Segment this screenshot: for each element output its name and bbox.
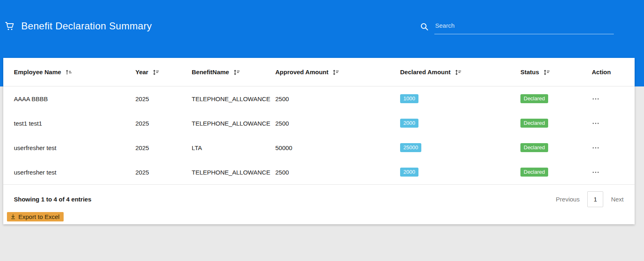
next-button[interactable]: Next <box>611 196 624 203</box>
ellipsis-dot <box>593 172 594 173</box>
cell-declared-amount: 25000 <box>400 143 520 152</box>
ellipsis-dot <box>598 98 599 100</box>
previous-button[interactable]: Previous <box>556 196 580 203</box>
download-icon <box>10 214 16 220</box>
pagination: Previous 1 Next <box>556 191 624 207</box>
cell-declared-amount: 2000 <box>400 168 520 177</box>
cell-action <box>588 98 635 100</box>
sort-icon <box>153 70 159 75</box>
cell-employee-name: userfresher test <box>14 169 135 176</box>
cell-approved-amount: 2500 <box>275 95 400 102</box>
table-header-row: Employee Name Year <box>3 58 635 86</box>
cell-action <box>588 123 635 124</box>
column-header-approved-amount[interactable]: Approved Amount <box>275 69 400 75</box>
title-group: Benefit Declaration Summary <box>4 20 152 32</box>
column-header-label: Year <box>135 69 148 75</box>
cell-action <box>588 172 635 173</box>
sort-icon <box>544 70 550 75</box>
declared-amount-badge: 1000 <box>400 94 418 103</box>
cell-year: 2025 <box>135 95 192 102</box>
ellipsis-dot <box>593 123 594 124</box>
column-header-action: Action <box>588 69 635 75</box>
cell-employee-name: AAAA BBBB <box>14 95 135 102</box>
column-header-label: Action <box>592 69 611 75</box>
page-number-button[interactable]: 1 <box>587 191 603 207</box>
search-input[interactable] <box>434 21 614 34</box>
cell-declared-amount: 2000 <box>400 119 520 128</box>
ellipsis-dot <box>595 98 596 100</box>
ellipsis-dot <box>595 147 596 148</box>
cell-employee-name: userfresher test <box>14 144 135 151</box>
ellipsis-dot <box>593 147 594 148</box>
column-header-declared-amount[interactable]: Declared Amount <box>400 69 520 75</box>
table-row: userfresher test 2025 LTA 50000 25000 De… <box>3 135 635 160</box>
more-actions-button[interactable] <box>588 147 600 148</box>
export-to-excel-button[interactable]: Export to Excel <box>7 212 64 221</box>
more-actions-button[interactable] <box>588 172 600 173</box>
ellipsis-dot <box>595 123 596 124</box>
cell-status: Declared <box>520 143 588 152</box>
more-actions-button[interactable] <box>588 123 600 124</box>
ellipsis-dot <box>598 147 599 148</box>
table-body: AAAA BBBB 2025 TELEPHONE_ALLOWANCE 2500 … <box>3 86 635 184</box>
table-row: AAAA BBBB 2025 TELEPHONE_ALLOWANCE 2500 … <box>3 86 635 111</box>
page-title: Benefit Declaration Summary <box>21 20 152 32</box>
entries-summary: Showing 1 to 4 of 4 entries <box>14 196 91 203</box>
column-header-label: Approved Amount <box>275 69 328 75</box>
table-footer: Showing 1 to 4 of 4 entries Previous 1 N… <box>3 184 635 224</box>
ellipsis-dot <box>593 98 594 100</box>
sort-icon <box>234 70 240 75</box>
status-badge: Declared <box>520 119 548 128</box>
sort-icon <box>333 70 339 75</box>
search-box <box>420 21 614 34</box>
declared-amount-badge: 2000 <box>400 119 418 128</box>
cell-approved-amount: 50000 <box>275 144 400 151</box>
status-badge: Declared <box>520 143 548 152</box>
column-header-employee-name[interactable]: Employee Name <box>14 69 135 75</box>
ellipsis-dot <box>598 123 599 124</box>
cell-year: 2025 <box>135 169 192 176</box>
table-row: test1 test1 2025 TELEPHONE_ALLOWANCE 250… <box>3 111 635 135</box>
shopping-cart-icon <box>4 21 15 32</box>
cell-benefit-name: LTA <box>192 144 275 151</box>
column-header-label: Status <box>520 69 539 75</box>
cell-status: Declared <box>520 168 588 177</box>
cell-declared-amount: 1000 <box>400 94 520 103</box>
status-badge: Declared <box>520 94 548 103</box>
search-icon <box>420 22 429 31</box>
cell-year: 2025 <box>135 120 192 127</box>
cell-status: Declared <box>520 119 588 128</box>
cell-year: 2025 <box>135 144 192 151</box>
column-header-label: Employee Name <box>14 69 61 75</box>
cell-employee-name: test1 test1 <box>14 120 135 127</box>
declared-amount-badge: 2000 <box>400 168 418 177</box>
more-actions-button[interactable] <box>588 98 600 100</box>
column-header-benefitname[interactable]: BenefitName <box>192 69 275 75</box>
declared-amount-badge: 25000 <box>400 143 421 152</box>
column-header-label: Declared Amount <box>400 69 451 75</box>
cell-approved-amount: 2500 <box>275 169 400 176</box>
sort-ascending-icon <box>66 70 72 75</box>
ellipsis-dot <box>595 172 596 173</box>
column-header-status[interactable]: Status <box>520 69 588 75</box>
table-row: userfresher test 2025 TELEPHONE_ALLOWANC… <box>3 160 635 184</box>
sort-icon <box>455 70 461 75</box>
ellipsis-dot <box>598 172 599 173</box>
cell-action <box>588 147 635 148</box>
cell-benefit-name: TELEPHONE_ALLOWANCE <box>192 169 275 176</box>
column-header-label: BenefitName <box>192 69 229 75</box>
cell-approved-amount: 2500 <box>275 120 400 127</box>
cell-benefit-name: TELEPHONE_ALLOWANCE <box>192 120 275 127</box>
export-button-label: Export to Excel <box>18 213 60 220</box>
column-header-year[interactable]: Year <box>135 69 192 75</box>
benefit-summary-card: Employee Name Year <box>3 58 635 224</box>
cell-benefit-name: TELEPHONE_ALLOWANCE <box>192 95 275 102</box>
status-badge: Declared <box>520 168 548 177</box>
cell-status: Declared <box>520 94 588 103</box>
